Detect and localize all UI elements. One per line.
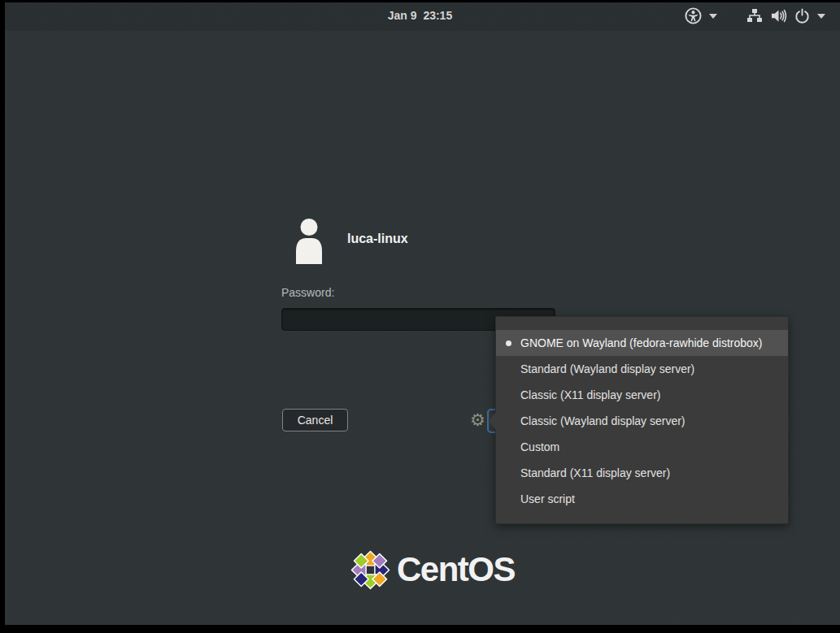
session-menu-item[interactable]: Standard (X11 display server) — [496, 460, 788, 486]
session-menu-item-label: User script — [520, 492, 575, 505]
accessibility-menu[interactable] — [685, 7, 717, 24]
session-menu-item[interactable]: GNOME on Wayland (fedora-rawhide distrob… — [496, 330, 788, 356]
session-menu-item[interactable]: Standard (Wayland display server) — [496, 356, 788, 382]
session-menu-item-label: Standard (X11 display server) — [520, 466, 670, 479]
selected-bullet-icon — [506, 340, 511, 346]
caret-down-icon — [709, 14, 717, 19]
volume-icon — [770, 8, 787, 24]
session-menu-item[interactable]: Classic (X11 display server) — [496, 382, 788, 408]
centos-logo: CentOS — [350, 549, 515, 590]
cancel-button[interactable]: Cancel — [282, 409, 348, 431]
status-menu[interactable] — [746, 8, 825, 24]
network-wired-icon — [746, 8, 763, 23]
user-avatar-icon — [291, 217, 327, 264]
centos-wordmark: CentOS — [397, 549, 515, 590]
session-menu-item-label: Custom — [520, 440, 559, 453]
session-menu-item[interactable]: Custom — [496, 434, 788, 460]
session-menu: GNOME on Wayland (fedora-rawhide distrob… — [495, 316, 789, 524]
username-label: luca-linux — [347, 232, 408, 246]
session-menu-item[interactable]: User script — [496, 486, 788, 512]
accessibility-icon — [685, 7, 702, 24]
gear-icon: ⚙ — [470, 409, 485, 431]
system-tray — [685, 7, 825, 24]
power-icon — [794, 8, 810, 24]
centos-logo-icon — [350, 550, 390, 590]
caret-down-icon — [817, 14, 825, 19]
session-menu-item-label: GNOME on Wayland (fedora-rawhide distrob… — [520, 336, 763, 349]
session-menu-item-label: Classic (Wayland display server) — [520, 414, 685, 427]
session-menu-item-label: Standard (Wayland display server) — [520, 362, 694, 375]
password-label: Password: — [281, 286, 334, 299]
session-menu-item[interactable]: Classic (Wayland display server) — [496, 408, 788, 434]
session-menu-item-label: Classic (X11 display server) — [520, 388, 660, 401]
